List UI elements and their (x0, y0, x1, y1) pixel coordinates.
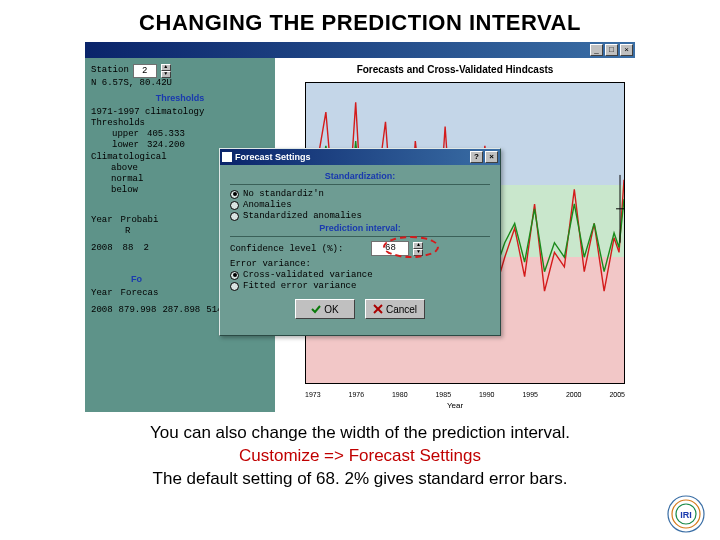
chart-x-label: Year (275, 401, 635, 410)
forecast-settings-dialog: Forecast Settings ? × Standardization: N… (219, 148, 501, 336)
lower-value: 324.200 (147, 140, 185, 151)
std-opt-label: Anomalies (243, 200, 292, 210)
fc-year: 2008 (91, 305, 113, 316)
error-variance-label: Error variance: (230, 259, 490, 269)
cancel-button[interactable]: Cancel (365, 299, 425, 319)
standardization-group-label: Standardization: (230, 171, 490, 181)
thresholds-text: Thresholds (91, 118, 269, 129)
xtick: 1995 (522, 391, 538, 398)
xtick: 1976 (348, 391, 364, 398)
thresholds-heading: Thresholds (91, 93, 269, 104)
climatology-text: 1971-1997 climatology (91, 107, 269, 118)
slide-caption: You can also change the width of the pre… (0, 422, 720, 491)
xtick: 2000 (566, 391, 582, 398)
upper-value: 405.333 (147, 129, 185, 140)
fc-header: Forecas (121, 288, 159, 299)
upper-label: upper (91, 129, 139, 140)
main-window-titlebar: _ □ × (85, 42, 635, 58)
dialog-close-button[interactable]: × (485, 151, 498, 163)
row-year: 2008 (91, 243, 113, 254)
xtick: 1980 (392, 391, 408, 398)
lower-label: lower (91, 140, 139, 151)
close-button[interactable]: × (620, 44, 633, 56)
caption-line3: The default setting of 68. 2% gives stan… (0, 468, 720, 491)
minimize-button[interactable]: _ (590, 44, 603, 56)
err-option-cv[interactable]: Cross-validated variance (230, 270, 490, 280)
fc-val2: 287.898 (162, 305, 200, 316)
xtick: 1990 (479, 391, 495, 398)
confidence-level-field[interactable]: 68 (371, 241, 409, 256)
x-icon (373, 304, 383, 314)
radio-icon (230, 201, 239, 210)
fc-year-header: Year (91, 288, 113, 299)
ok-button[interactable]: OK (295, 299, 355, 319)
radio-icon (230, 212, 239, 221)
prediction-interval-group-label: Prediction interval: (230, 223, 490, 233)
dialog-help-button[interactable]: ? (470, 151, 483, 163)
std-option-none[interactable]: No standardiz'n (230, 189, 490, 199)
slide-title: CHANGING THE PREDICTION INTERVAL (0, 0, 720, 42)
station-field[interactable]: 2 (133, 64, 157, 78)
dialog-titlebar: Forecast Settings ? × (220, 149, 500, 165)
radio-icon (230, 282, 239, 291)
std-opt-label: No standardiz'n (243, 189, 324, 199)
app-screenshot: _ □ × Station 2 ▲▼ N 6.57S, 80.42U Thres… (85, 42, 635, 412)
caption-menu-path: Customize => Forecast Settings (0, 445, 720, 468)
caption-line1: You can also change the width of the pre… (0, 422, 720, 445)
err-opt-label: Cross-validated variance (243, 270, 373, 280)
ok-label: OK (324, 304, 338, 315)
year-header: Year (91, 215, 113, 226)
xtick: 1985 (435, 391, 451, 398)
err-opt-label: Fitted error variance (243, 281, 356, 291)
check-icon (311, 304, 321, 314)
station-spinner[interactable]: ▲▼ (161, 64, 171, 78)
radio-icon (230, 190, 239, 199)
maximize-button[interactable]: □ (605, 44, 618, 56)
cancel-label: Cancel (386, 304, 417, 315)
row-val2: 2 (143, 243, 148, 254)
confidence-spinner[interactable]: ▲▼ (413, 242, 423, 256)
confidence-level-label: Confidence level (%): (230, 244, 343, 254)
fc-val1: 879.998 (119, 305, 157, 316)
station-label: Station (91, 65, 129, 76)
chart-x-ticks: 1973 1976 1980 1985 1990 1995 2000 2005 (305, 391, 625, 398)
std-opt-label: Standardized anomalies (243, 211, 362, 221)
std-option-anomalies[interactable]: Anomalies (230, 200, 490, 210)
dialog-title: Forecast Settings (235, 152, 311, 162)
svg-text:IRI: IRI (680, 510, 692, 520)
radio-icon (230, 271, 239, 280)
xtick: 2005 (609, 391, 625, 398)
std-option-standardized[interactable]: Standardized anomalies (230, 211, 490, 221)
chart-title: Forecasts and Cross-Validated Hindcasts (275, 58, 635, 77)
prob-header: Probabi (121, 215, 159, 226)
err-option-fitted[interactable]: Fitted error variance (230, 281, 490, 291)
coord-text: N 6.57S, 80.42U (91, 78, 269, 89)
iri-logo: IRI (666, 494, 706, 534)
xtick: 1973 (305, 391, 321, 398)
dialog-icon (222, 152, 232, 162)
row-val1: 88 (123, 243, 134, 254)
